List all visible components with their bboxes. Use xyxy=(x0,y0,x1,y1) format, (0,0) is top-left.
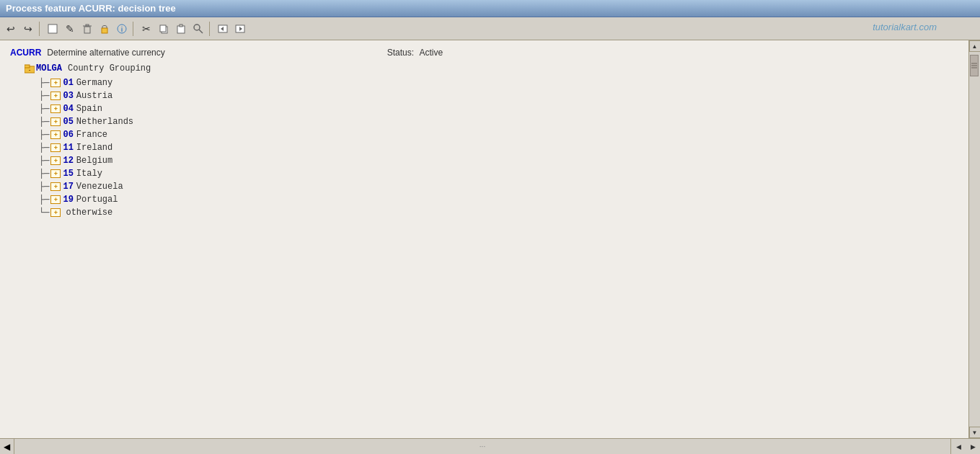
grip-line-2 xyxy=(971,66,977,66)
nav-prev-button[interactable] xyxy=(215,21,231,37)
tree-node[interactable]: ├─+01Germany xyxy=(39,76,958,89)
node-name: Venezuela xyxy=(76,180,123,193)
tree-node[interactable]: ├─+11Ireland xyxy=(39,141,958,154)
status-left-arrow[interactable]: ◀ xyxy=(0,439,14,454)
node-name: Portugal xyxy=(76,193,118,206)
tree-node[interactable]: └─+otherwise xyxy=(39,206,958,219)
lock-button[interactable] xyxy=(97,21,112,37)
node-name: otherwise xyxy=(66,206,112,219)
feature-header: ACURR Determine alternative currency Sta… xyxy=(10,48,958,58)
status-label: Status: xyxy=(387,48,414,58)
tree-node[interactable]: ├─+19Portugal xyxy=(39,193,958,206)
scroll-up-arrow[interactable]: ▲ xyxy=(969,40,981,52)
svg-point-11 xyxy=(194,25,200,30)
tree-connector: ├─ xyxy=(39,128,49,141)
paste-button[interactable] xyxy=(173,21,189,37)
node-code: 19 xyxy=(63,193,73,206)
tree-node[interactable]: ├─+17Venezuela xyxy=(39,180,958,193)
tree-connector: ├─ xyxy=(39,141,49,154)
node-name: Spain xyxy=(76,102,102,115)
nav-next-button[interactable] xyxy=(232,21,248,37)
back-button[interactable]: ↩ xyxy=(3,21,19,37)
content-area: ACURR Determine alternative currency Sta… xyxy=(0,40,968,438)
folder-expand-icon: - xyxy=(25,63,35,74)
svg-rect-8 xyxy=(160,25,166,32)
feature-description: Determine alternative currency xyxy=(47,48,164,58)
cut-button[interactable]: ✂ xyxy=(138,21,154,37)
node-icon: + xyxy=(50,143,61,152)
new-button[interactable] xyxy=(45,21,61,37)
status-center: ··· xyxy=(14,439,951,454)
toolbar-separator-1 xyxy=(39,22,42,36)
scroll-thumb[interactable] xyxy=(970,55,979,76)
svg-rect-1 xyxy=(84,27,90,33)
scroll-down-arrow[interactable]: ▼ xyxy=(969,427,981,438)
status-right-arrow-1[interactable]: ◀ xyxy=(951,439,966,455)
svg-rect-3 xyxy=(86,25,89,26)
svg-text:i: i xyxy=(121,26,123,33)
node-icon: + xyxy=(50,130,61,139)
main-area: ACURR Determine alternative currency Sta… xyxy=(0,40,980,438)
tree-connector: └─ xyxy=(39,206,49,219)
node-name: Italy xyxy=(76,167,102,180)
tree-children: ├─+01Germany├─+03Austria├─+04Spain├─+05N… xyxy=(25,76,958,219)
tree-node[interactable]: ├─+03Austria xyxy=(39,89,958,102)
delete-button[interactable] xyxy=(79,21,95,37)
node-code: 06 xyxy=(63,128,73,141)
node-icon: + xyxy=(50,79,61,87)
node-code: 15 xyxy=(63,167,73,180)
scroll-grip xyxy=(971,63,977,68)
tree-connector: ├─ xyxy=(39,193,49,206)
svg-text:-: - xyxy=(29,66,31,73)
node-code: 03 xyxy=(63,89,73,102)
status-right: ◀ ▶ xyxy=(951,439,980,455)
find-button[interactable] xyxy=(190,21,206,37)
tree-connector: ├─ xyxy=(39,89,49,102)
tree-connector: ├─ xyxy=(39,102,49,115)
node-icon: + xyxy=(50,169,61,178)
title-text: Process feature ACURR: decision tree xyxy=(6,3,176,14)
tree-root-row[interactable]: - MOLGA Country Grouping xyxy=(25,62,958,75)
tree-node[interactable]: ├─+06France xyxy=(39,128,958,141)
toolbar: ↩ ↪ ✎ i ✂ tutorialkart.com xyxy=(0,17,980,40)
svg-rect-4 xyxy=(102,28,107,33)
status-display: Status: Active xyxy=(387,48,443,58)
tree-node[interactable]: ├─+12Belgium xyxy=(39,154,958,167)
node-name: Netherlands xyxy=(76,115,133,128)
info-button[interactable]: i xyxy=(114,21,130,37)
scroll-track[interactable] xyxy=(969,52,980,427)
tree-node[interactable]: ├─+15Italy xyxy=(39,167,958,180)
node-icon: + xyxy=(50,156,61,165)
toolbar-separator-3 xyxy=(209,22,212,36)
status-value: Active xyxy=(419,48,443,58)
forward-button[interactable]: ↪ xyxy=(20,21,36,37)
status-right-arrow-2[interactable]: ▶ xyxy=(966,439,980,455)
node-icon: + xyxy=(50,104,61,113)
svg-rect-0 xyxy=(48,25,57,33)
tree-connector: ├─ xyxy=(39,167,49,180)
tree-node[interactable]: ├─+05Netherlands xyxy=(39,115,958,128)
node-code: 11 xyxy=(63,141,73,154)
grip-line-1 xyxy=(971,63,977,64)
toolbar-separator-2 xyxy=(133,22,136,36)
root-name: Country Grouping xyxy=(68,62,151,75)
edit-button[interactable]: ✎ xyxy=(62,21,78,37)
title-bar: Process feature ACURR: decision tree xyxy=(0,0,980,17)
left-arrow-icon: ◀ xyxy=(4,442,10,452)
tree-structure: - MOLGA Country Grouping ├─+01Germany├─+… xyxy=(17,62,958,219)
tree-connector: ├─ xyxy=(39,115,49,128)
node-code: 17 xyxy=(63,180,73,193)
node-icon: + xyxy=(50,195,61,204)
tree-node[interactable]: ├─+04Spain xyxy=(39,102,958,115)
node-code: 04 xyxy=(63,102,73,115)
copy-button[interactable] xyxy=(156,21,172,37)
scrollbar-right[interactable]: ▲ ▼ xyxy=(968,40,980,438)
node-icon: + xyxy=(50,182,61,191)
node-name: Germany xyxy=(76,76,112,89)
root-code: MOLGA xyxy=(36,62,62,75)
node-icon: + xyxy=(50,117,61,126)
watermark: tutorialkart.com xyxy=(873,22,937,32)
status-dots: ··· xyxy=(480,442,485,450)
svg-rect-10 xyxy=(180,25,182,27)
tree-connector: ├─ xyxy=(39,154,49,167)
